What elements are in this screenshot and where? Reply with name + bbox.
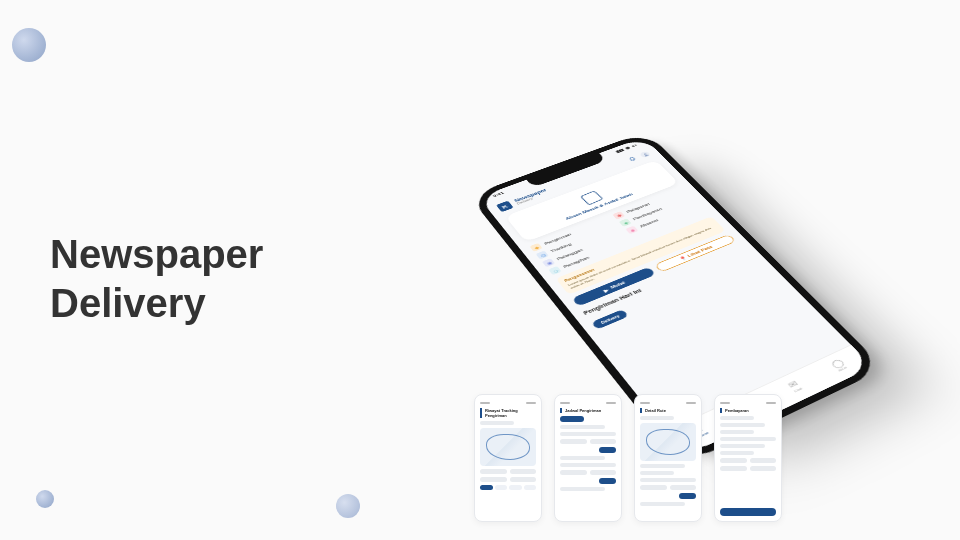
thumb-line	[640, 416, 674, 420]
thumb-line	[640, 464, 685, 468]
filter-chip-delivery[interactable]: Delivery	[591, 309, 629, 330]
thumb-stats	[480, 477, 536, 482]
thumb-title: Pembayaran	[720, 408, 776, 413]
thumb-status-bar	[560, 400, 616, 405]
tracking-icon: ◎	[536, 251, 549, 260]
headline-line-1: Newspaper	[50, 232, 263, 276]
status-bar-right: ▮▮▮ ◉ ▭	[614, 143, 637, 154]
thumb-line	[560, 432, 616, 436]
thumb-line	[560, 487, 605, 491]
thumb-tab	[560, 416, 584, 422]
thumb-line	[720, 451, 754, 455]
thumb-line	[720, 423, 765, 427]
thumb-nav	[480, 485, 536, 490]
thumb-action	[599, 478, 616, 484]
pin-icon: 📍	[678, 255, 687, 261]
thumb-payment[interactable]: Pembayaran	[714, 394, 782, 522]
absensi-icon: ◆	[625, 226, 638, 235]
thumb-action	[679, 493, 696, 499]
thumb-title: Jadwal Pengiriman	[560, 408, 616, 413]
play-icon: ▶	[602, 287, 610, 293]
thumb-map	[480, 428, 536, 466]
thumb-line	[640, 471, 674, 475]
avatar[interactable]	[639, 151, 651, 158]
thumb-line	[560, 463, 616, 467]
thumb-route-detail[interactable]: Detail Rute	[634, 394, 702, 522]
thumb-line	[720, 430, 754, 434]
battery-icon: ▭	[630, 143, 638, 148]
thumb-line	[480, 421, 514, 425]
thumb-title: Detail Rute	[640, 408, 696, 413]
thumb-tracking-history[interactable]: Riwayat Tracking Pengiriman	[474, 394, 542, 522]
thumb-line	[720, 416, 754, 420]
thumb-map	[640, 423, 696, 461]
thumb-status-bar	[720, 400, 776, 405]
penagihan-icon: ◇	[548, 266, 561, 275]
app-logo: K	[496, 201, 514, 213]
pengiriman-icon: ◆	[529, 243, 542, 252]
pembayaran-icon: ◈	[619, 218, 632, 226]
thumbnail-row: Riwayat Tracking Pengiriman Jadwal Pengi…	[474, 394, 782, 522]
thumb-line	[640, 502, 685, 506]
page-title: Newspaper Delivery	[50, 230, 263, 328]
bell-icon[interactable]	[626, 155, 638, 163]
thumb-status-bar	[640, 400, 696, 405]
thumb-status-bar	[480, 400, 536, 405]
thumb-line	[720, 437, 776, 441]
pelaporan-icon: ✱	[612, 211, 625, 219]
status-bar-time: 9:41	[492, 191, 505, 198]
signal-icon: ▮▮▮	[614, 148, 624, 154]
decorative-orb	[12, 28, 46, 62]
thumb-action	[599, 447, 616, 453]
thumb-title: Riwayat Tracking Pengiriman	[480, 408, 536, 418]
pelanggan-icon: ◉	[542, 258, 555, 267]
thumb-line	[720, 444, 765, 448]
decorative-orb	[336, 494, 360, 518]
tab-chat[interactable]: ✉ Chat	[786, 380, 803, 394]
thumb-line	[560, 425, 605, 429]
thumb-stats	[480, 469, 536, 474]
thumb-submit-button	[720, 508, 776, 516]
decorative-orb	[36, 490, 54, 508]
thumb-line	[640, 478, 696, 482]
svg-point-0	[643, 153, 646, 155]
headline-line-2: Delivery	[50, 281, 206, 325]
tab-akun[interactable]: ◯ Akun	[830, 358, 849, 372]
thumb-line	[560, 456, 605, 460]
phone-mockup: 9:41 ▮▮▮ ◉ ▭ K Newspaper Delivery	[552, 56, 852, 396]
section-title: Pengiriman Hari Ini	[582, 246, 744, 316]
wifi-icon: ◉	[624, 145, 631, 150]
thumb-schedule[interactable]: Jadwal Pengiriman	[554, 394, 622, 522]
